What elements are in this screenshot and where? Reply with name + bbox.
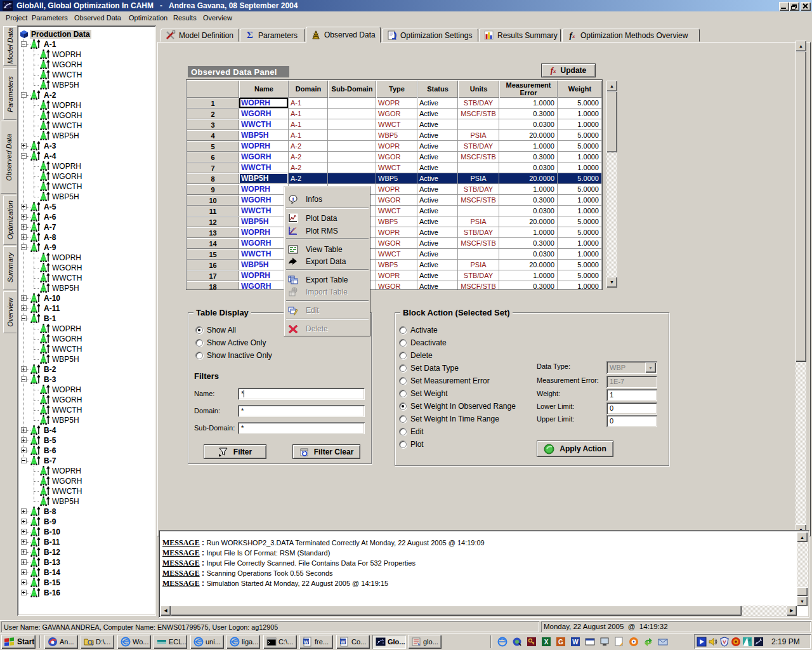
svg-text:G: G [558, 639, 563, 646]
svg-text:V: V [723, 639, 726, 645]
svg-text:W: W [572, 639, 579, 646]
svg-text:X: X [544, 639, 549, 646]
svg-text:W: W [341, 639, 346, 645]
svg-text:W: W [304, 639, 309, 645]
